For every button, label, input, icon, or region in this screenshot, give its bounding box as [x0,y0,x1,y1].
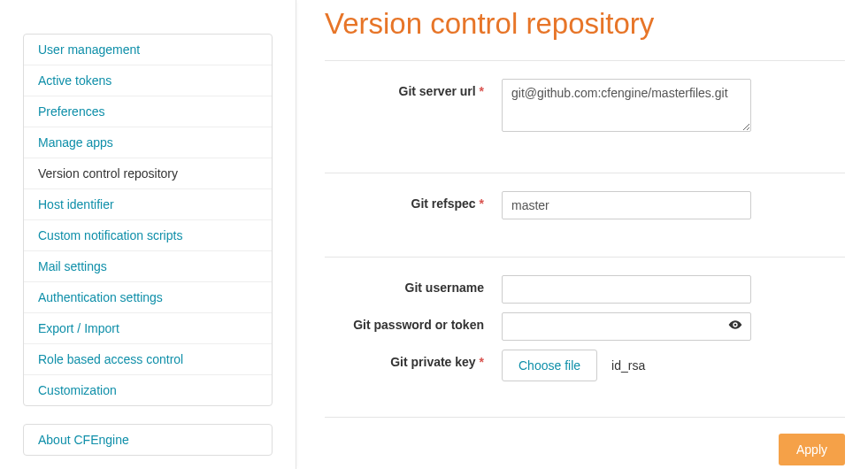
form-actions: Apply [325,417,845,465]
git-refspec-input[interactable] [502,191,751,219]
choose-file-button[interactable]: Choose file [502,350,597,381]
sidebar-item-preferences[interactable]: Preferences [24,96,272,127]
required-marker: * [480,196,484,211]
sidebar-item-active-tokens[interactable]: Active tokens [24,65,272,96]
git-username-label: Git username [325,275,502,295]
sidebar-item-custom-notification-scripts[interactable]: Custom notification scripts [24,220,272,251]
git-private-key-label: Git private key * [325,350,502,369]
git-password-input[interactable] [502,312,751,341]
main-content: Version control repository Git server ur… [296,0,868,469]
sidebar-item-manage-apps[interactable]: Manage apps [24,127,272,158]
sidebar-item-host-identifier[interactable]: Host identifier [24,189,272,220]
required-marker: * [480,355,484,369]
sidebar-item-export-import[interactable]: Export / Import [24,313,272,344]
git-refspec-label: Git refspec * [325,191,502,211]
git-server-url-input[interactable] [502,79,751,132]
git-server-url-label: Git server url * [325,79,502,98]
sidebar-item-version-control-repository[interactable]: Version control repository [24,158,272,189]
sidebar-item-role-based-access-control[interactable]: Role based access control [24,344,272,375]
form-section-url: Git server url * [325,60,845,173]
private-key-filename: id_rsa [611,358,645,373]
form-section-refspec: Git refspec * [325,173,845,257]
eye-icon[interactable] [728,318,742,335]
sidebar-item-mail-settings[interactable]: Mail settings [24,251,272,282]
form-section-auth: Git username Git password or token [325,257,845,417]
sidebar: User management Active tokens Preference… [0,0,296,469]
sidebar-item-customization[interactable]: Customization [24,375,272,405]
page-title: Version control repository [325,7,845,41]
sidebar-item-user-management[interactable]: User management [24,35,272,65]
git-password-label: Git password or token [325,312,502,332]
nav-list: User management Active tokens Preference… [23,34,273,406]
nav-box-secondary: About CFEngine [23,424,273,456]
apply-button[interactable]: Apply [779,434,845,465]
sidebar-item-authentication-settings[interactable]: Authentication settings [24,282,272,313]
sidebar-item-about-cfengine[interactable]: About CFEngine [24,425,272,455]
required-marker: * [480,84,484,98]
git-username-input[interactable] [502,275,751,304]
